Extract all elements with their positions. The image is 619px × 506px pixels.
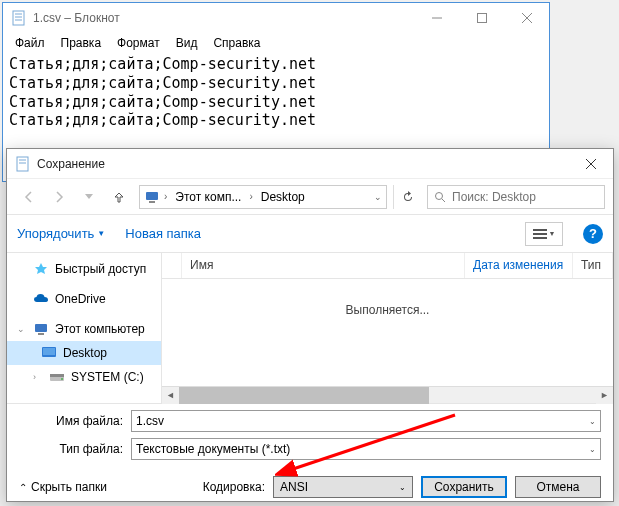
file-list-header: Имя Дата изменения Тип [162,253,613,279]
sidebar-item-label: Этот компьютер [55,322,145,336]
chevron-down-icon[interactable]: ⌄ [374,192,382,202]
menu-help[interactable]: Справка [205,34,268,52]
encoding-value: ANSI [280,480,308,494]
filename-label: Имя файла: [19,414,131,428]
filename-value: 1.csv [136,414,164,428]
svg-rect-23 [43,348,55,355]
filetype-value: Текстовые документы (*.txt) [136,442,290,456]
breadcrumb-pc[interactable]: Этот комп... [171,190,245,204]
menu-format[interactable]: Формат [109,34,168,52]
dialog-titlebar: Сохранение [7,149,613,179]
sidebar-item-onedrive[interactable]: OneDrive [7,287,161,311]
breadcrumb-sep-icon[interactable]: › [164,191,167,202]
view-icon [533,228,547,240]
chevron-up-icon: ⌃ [19,482,27,493]
column-type[interactable]: Тип [573,253,613,278]
column-date[interactable]: Дата изменения [465,253,573,278]
svg-rect-18 [533,233,547,235]
help-button[interactable]: ? [583,224,603,244]
sidebar-item-system-drive[interactable]: › SYSTEM (C:) [7,365,161,389]
new-folder-button[interactable]: Новая папка [125,226,201,241]
svg-rect-19 [533,237,547,239]
sidebar-item-desktop[interactable]: Desktop [7,341,161,365]
address-bar[interactable]: › Этот комп... › Desktop ⌄ [139,185,387,209]
search-icon [434,191,446,203]
hide-folders-label: Скрыть папки [31,480,107,494]
svg-rect-13 [146,192,158,200]
notepad-content[interactable]: Статья;для;сайта;Comp-security.net Стать… [3,53,549,132]
svg-rect-25 [50,374,64,377]
chevron-down-icon: ▼ [549,230,556,237]
chevron-down-icon: ⌄ [17,324,27,334]
chevron-down-icon: ⌄ [399,483,406,492]
scroll-left-icon[interactable]: ◄ [162,387,179,404]
sidebar: Быстрый доступ OneDrive ⌄ Этот компьютер… [7,253,162,403]
sidebar-item-quick-access[interactable]: Быстрый доступ [7,257,161,281]
horizontal-scrollbar[interactable]: ◄ ► [162,386,613,403]
filetype-select[interactable]: Текстовые документы (*.txt) ⌄ [131,438,601,460]
dialog-title: Сохранение [37,157,568,171]
filename-input[interactable]: 1.csv ⌄ [131,410,601,432]
chevron-down-icon[interactable]: ⌄ [589,417,596,426]
cancel-button[interactable]: Отмена [515,476,601,498]
notepad-titlebar: 1.csv – Блокнот [3,3,549,33]
encoding-select[interactable]: ANSI ⌄ [273,476,413,498]
nav-back-button[interactable] [15,185,43,209]
notepad-app-icon [11,10,27,26]
svg-point-15 [436,192,443,199]
scrollbar-thumb[interactable] [179,387,429,404]
close-button[interactable] [504,3,549,33]
column-name[interactable]: Имя [182,253,465,278]
organize-menu[interactable]: Упорядочить ▼ [17,226,105,241]
search-input[interactable] [452,190,598,204]
pc-icon [144,189,160,205]
nav-up-button[interactable] [105,185,133,209]
form-area: Имя файла: 1.csv ⌄ Тип файла: Текстовые … [7,403,613,468]
bottom-bar: ⌃ Скрыть папки Кодировка: ANSI ⌄ Сохрани… [7,468,613,506]
svg-line-16 [442,199,445,202]
toolbar: Упорядочить ▼ Новая папка ▼ ? [7,215,613,253]
svg-rect-20 [35,324,47,332]
svg-rect-5 [477,14,486,23]
menu-view[interactable]: Вид [168,34,206,52]
chevron-right-icon: › [33,372,43,382]
breadcrumb-folder[interactable]: Desktop [257,190,309,204]
breadcrumb-sep-icon[interactable]: › [249,191,252,202]
drive-icon [49,369,65,385]
sidebar-item-label: Desktop [63,346,107,360]
filetype-label: Тип файла: [19,442,131,456]
chevron-down-icon[interactable]: ⌄ [589,445,596,454]
view-options-button[interactable]: ▼ [525,222,563,246]
sidebar-item-label: Быстрый доступ [55,262,146,276]
search-box[interactable] [427,185,605,209]
sidebar-item-label: OneDrive [55,292,106,306]
sidebar-item-this-pc[interactable]: ⌄ Этот компьютер [7,317,161,341]
dialog-close-button[interactable] [568,149,613,179]
notepad-menubar: Файл Правка Формат Вид Справка [3,33,549,53]
dialog-app-icon [15,156,31,172]
scroll-right-icon[interactable]: ► [596,387,613,404]
desktop-icon [41,345,57,361]
svg-rect-8 [17,157,28,171]
notepad-title: 1.csv – Блокнот [33,11,414,25]
save-button[interactable]: Сохранить [421,476,507,498]
nav-bar: › Этот комп... › Desktop ⌄ [7,179,613,215]
star-icon [33,261,49,277]
minimize-button[interactable] [414,3,459,33]
hide-folders-button[interactable]: ⌃ Скрыть папки [19,480,107,494]
refresh-button[interactable] [393,185,421,209]
svg-point-26 [61,378,63,380]
save-dialog: Сохранение › Этот комп... › Desktop ⌄ Уп… [6,148,614,502]
organize-label: Упорядочить [17,226,94,241]
encoding-label: Кодировка: [203,480,265,494]
nav-forward-button[interactable] [45,185,73,209]
menu-edit[interactable]: Правка [53,34,110,52]
chevron-down-icon: ▼ [97,229,105,238]
menu-file[interactable]: Файл [7,34,53,52]
loading-text: Выполняется... [162,279,613,341]
column-checkbox[interactable] [162,253,182,278]
svg-rect-0 [13,11,24,25]
maximize-button[interactable] [459,3,504,33]
nav-recent-button[interactable] [75,185,103,209]
pc-icon [33,321,49,337]
